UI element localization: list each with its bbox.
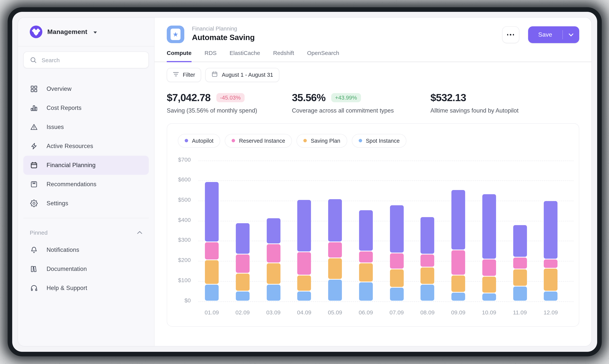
y-axis-label: $400 (167, 216, 191, 223)
bar-segment-reserved-instance[interactable] (267, 244, 280, 263)
bar-segment-saving-plan[interactable] (544, 268, 558, 291)
bar-segment-autopilot[interactable] (421, 217, 434, 254)
bar-segment-reserved-instance[interactable] (451, 250, 465, 275)
more-options-button[interactable] (502, 26, 519, 43)
sidebar-item-settings[interactable]: Settings (23, 194, 149, 213)
date-range-label: August 1 - August 31 (222, 72, 273, 78)
bar-segment-autopilot[interactable] (328, 199, 342, 242)
chevron-up-icon (137, 229, 142, 236)
save-split-button[interactable]: Save (528, 26, 579, 43)
bar-segment-spot-instance[interactable] (267, 285, 280, 301)
bar-segment-spot-instance[interactable] (513, 286, 527, 301)
search-input[interactable]: Search (23, 52, 149, 68)
stacked-bar-chart: $700$600$500$400$300$200$100$001.0902.09… (167, 154, 579, 318)
bar-segment-autopilot[interactable] (267, 218, 280, 244)
bar-segment-spot-instance[interactable] (421, 285, 434, 301)
save-button[interactable]: Save (528, 26, 562, 43)
bar-segment-autopilot[interactable] (390, 205, 403, 253)
page-header: ★ Financial Planning Automate Saving Sav… (155, 18, 591, 43)
gridline (198, 181, 573, 181)
sidebar-item-notifications[interactable]: Notifications (23, 240, 149, 260)
bar-segment-reserved-instance[interactable] (205, 242, 219, 260)
bar-segment-autopilot[interactable] (236, 223, 249, 254)
bar-segment-reserved-instance[interactable] (513, 257, 527, 269)
legend-chip-spot-instance[interactable]: Spot Instance (352, 134, 406, 147)
save-dropdown-button[interactable] (563, 26, 579, 43)
x-axis-label: 07.09 (381, 309, 413, 315)
sidebar-item-overview[interactable]: Overview (23, 79, 149, 98)
bar-segment-reserved-instance[interactable] (236, 254, 249, 273)
sidebar-item-label: Help & Support (47, 285, 87, 291)
stat-alltime-savings: $532.13 Alltime savings found by Autopil… (430, 92, 579, 114)
bar-segment-autopilot[interactable] (359, 210, 373, 250)
legend-chip-reserved-instance[interactable]: Reserved Instance (225, 134, 292, 147)
x-axis-label: 02.09 (227, 309, 259, 315)
bar-segment-reserved-instance[interactable] (544, 260, 558, 268)
bar-segment-spot-instance[interactable] (482, 294, 496, 301)
legend-label: Spot Instance (366, 138, 400, 144)
pinned-section-toggle[interactable]: Pinned (23, 223, 149, 240)
bar-segment-spot-instance[interactable] (205, 285, 219, 301)
tab-elasticache[interactable]: ElastiCache (230, 50, 260, 62)
bar-segment-autopilot[interactable] (482, 194, 496, 259)
bar-segment-saving-plan[interactable] (390, 269, 403, 287)
y-axis-label: $600 (167, 176, 191, 183)
y-axis-label: $700 (167, 156, 191, 163)
bar-segment-saving-plan[interactable] (482, 276, 496, 293)
legend-label: Autopilot (192, 138, 213, 144)
bar-segment-spot-instance[interactable] (390, 287, 403, 301)
tab-compute[interactable]: Compute (167, 50, 192, 62)
bar-segment-autopilot[interactable] (205, 182, 219, 242)
bar-segment-spot-instance[interactable] (236, 291, 249, 301)
sidebar-item-issues[interactable]: Issues (23, 117, 149, 137)
workspace-switcher[interactable]: Management (18, 18, 154, 46)
bar-segment-reserved-instance[interactable] (298, 252, 311, 275)
bar-segment-autopilot[interactable] (513, 225, 527, 257)
sidebar-item-active-resources[interactable]: Active Resources (23, 137, 149, 156)
bar-segment-autopilot[interactable] (544, 201, 558, 259)
date-range-button[interactable]: August 1 - August 31 (205, 68, 279, 82)
tab-opensearch[interactable]: OpenSearch (307, 50, 339, 62)
chart-legend: Autopilot Reserved Instance Saving Plan (178, 134, 579, 147)
bar-segment-reserved-instance[interactable] (390, 253, 403, 269)
y-axis-label: $0 (167, 297, 191, 303)
x-axis-label: 10.09 (473, 309, 505, 315)
bar-segment-saving-plan[interactable] (359, 263, 373, 282)
sidebar-item-financial-planning[interactable]: Financial Planning (23, 156, 149, 175)
bar-segment-reserved-instance[interactable] (328, 242, 342, 258)
bar-segment-saving-plan[interactable] (513, 269, 527, 286)
tab-rds[interactable]: RDS (205, 50, 217, 62)
bar-segment-saving-plan[interactable] (236, 273, 249, 291)
bar-segment-spot-instance[interactable] (544, 291, 558, 301)
sidebar-item-recommendations[interactable]: Recommendations (23, 175, 149, 194)
sidebar-item-documentation[interactable]: Documentation (23, 260, 149, 279)
legend-chip-saving-plan[interactable]: Saving Plan (297, 134, 347, 147)
bar-segment-reserved-instance[interactable] (421, 254, 434, 267)
search-icon (29, 56, 37, 64)
bar-segment-reserved-instance[interactable] (359, 251, 373, 263)
bar-segment-spot-instance[interactable] (359, 283, 373, 301)
legend-chip-autopilot[interactable]: Autopilot (178, 134, 220, 147)
bar-segment-reserved-instance[interactable] (482, 260, 496, 276)
bar-segment-saving-plan[interactable] (421, 267, 434, 284)
bar-segment-spot-instance[interactable] (328, 279, 342, 301)
bar-segment-autopilot[interactable] (451, 190, 465, 249)
bar-segment-saving-plan[interactable] (298, 275, 311, 291)
bar-segment-spot-instance[interactable] (451, 293, 465, 301)
bar-segment-saving-plan[interactable] (451, 275, 465, 292)
filter-button[interactable]: Filter (167, 68, 201, 82)
sidebar-item-label: Settings (47, 200, 68, 207)
bar-segment-saving-plan[interactable] (267, 263, 280, 284)
bar-segment-autopilot[interactable] (298, 200, 311, 252)
stat-saving: $7,042.78 -45.03% Saving (35.56% of mont… (167, 92, 292, 114)
brand-logo (30, 26, 42, 38)
sidebar-item-cost-reports[interactable]: Cost Reports (23, 98, 149, 117)
y-axis-label: $100 (167, 277, 191, 283)
bar-segment-spot-instance[interactable] (298, 291, 311, 301)
bar-segment-saving-plan[interactable] (205, 260, 219, 284)
bar-segment-saving-plan[interactable] (328, 258, 342, 279)
stat-caption: Coverage across all commitment types (292, 107, 430, 114)
tab-redshift[interactable]: Redshift (273, 50, 294, 62)
sidebar-nav: Overview Cost Reports (23, 79, 149, 213)
sidebar-item-help-support[interactable]: Help & Support (23, 279, 149, 298)
